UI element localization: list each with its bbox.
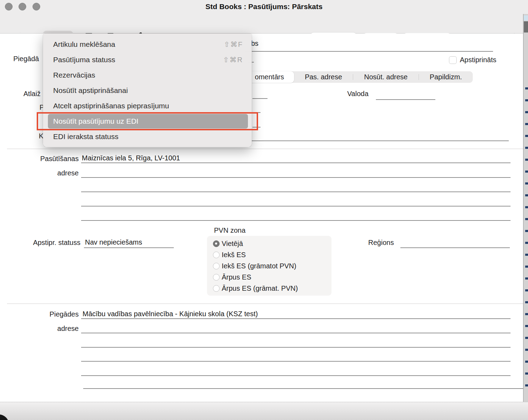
- tab-strip: omentārs Pas. adrese Nosūt. adrese Papil…: [245, 71, 473, 83]
- valoda-label: Valoda: [347, 90, 369, 98]
- address-line-underline[interactable]: [81, 333, 511, 333]
- menu-item-label: EDI ieraksta statuss: [53, 132, 119, 141]
- menu-item-edi-ieraksta-statuss[interactable]: EDI ieraksta statuss: [43, 129, 252, 144]
- address-line-underline[interactable]: [81, 347, 511, 348]
- tab-papildizm[interactable]: Papildizm.: [419, 71, 473, 83]
- radio-ieks-es[interactable]: [213, 252, 220, 258]
- address-line-underline[interactable]: [81, 318, 511, 319]
- menu-item-pasutijuma-statuss[interactable]: Pasūtījuma statuss ⇧⌘R: [43, 52, 252, 67]
- radio-ieks-es-gramatot[interactable]: [213, 263, 220, 269]
- adrese-label: adrese: [14, 325, 79, 333]
- radio-vieteja[interactable]: [213, 240, 220, 247]
- field-underline: [245, 51, 493, 52]
- menu-item-label: Nosūtīt apstiprināšanai: [53, 86, 128, 95]
- menu-item-label: Artikulu meklēšana: [53, 40, 115, 49]
- apstiprinats-label: Apstiprināts: [460, 56, 497, 64]
- regions-field-underline[interactable]: [400, 247, 510, 248]
- menu-item-shortcut: ⇧⌘R: [223, 56, 243, 64]
- apstipr-statuss-label: Apstipr. statuss: [7, 239, 80, 247]
- tab-label: Papildizm.: [430, 73, 462, 81]
- radio-label: Vietējā: [222, 240, 243, 248]
- pvn-zona-radio-group: Vietējā Iekš ES Iekš ES (grāmatot PVN) Ā…: [207, 236, 331, 296]
- tab-komentars-partial[interactable]: omentārs: [245, 71, 294, 83]
- section-separator: [7, 303, 523, 304]
- field-underline: [84, 247, 174, 248]
- menu-item-artikulu-meklesana[interactable]: Artikulu meklēšana ⇧⌘F: [43, 37, 252, 52]
- radio-arpus-es[interactable]: [213, 274, 220, 281]
- app-window: Std Books : Pasūtījums: Pārskats: [0, 0, 528, 420]
- scroll-strip-blue-segment: [524, 15, 528, 21]
- radio-label: Ārpus ES (grāmat. PVN): [222, 284, 298, 292]
- delivery-address-value[interactable]: Mācību vadības pavēlniecība - Kājnieku s…: [83, 310, 258, 318]
- valoda-field-underline[interactable]: [376, 99, 435, 100]
- tab-nosut-adrese[interactable]: Nosūt. adrese: [353, 71, 419, 83]
- apstiprinats-checkbox[interactable]: [449, 56, 457, 64]
- scrollbar-thumb[interactable]: [524, 21, 528, 32]
- supplier-label-partial: Piegādā: [13, 55, 39, 63]
- menu-item-label: Pasūtījuma statuss: [53, 56, 115, 64]
- status-bar: [0, 402, 528, 420]
- annotation-highlight-rectangle: [37, 112, 258, 130]
- address-line-underline[interactable]: [81, 361, 511, 362]
- apstipr-statuss-value[interactable]: Nav nepieciešams: [85, 238, 142, 246]
- tab-label: Pas. adrese: [305, 73, 342, 81]
- address-line-underline[interactable]: [81, 220, 511, 221]
- regions-label: Reģions: [368, 239, 394, 247]
- address-line-underline[interactable]: [81, 177, 511, 178]
- address-line-underline[interactable]: [81, 375, 511, 376]
- title-bar: Std Books : Pasūtījums: Pārskats: [0, 0, 528, 14]
- address-line-underline[interactable]: [81, 191, 511, 192]
- section-separator: [7, 149, 523, 149]
- menu-item-shortcut: ⇧⌘F: [224, 40, 243, 49]
- menu-item-nosutit-apstiprinasanai[interactable]: Nosūtīt apstiprināšanai: [43, 83, 252, 98]
- radio-arpus-es-gramat[interactable]: [213, 285, 220, 292]
- right-edge-text-fragments: [525, 87, 528, 388]
- atlaiz-label-partial: Atlaiž: [23, 90, 41, 98]
- address-line-underline[interactable]: [81, 162, 511, 163]
- supplier-field-value-partial: bs: [251, 39, 258, 48]
- window-title: Std Books : Pasūtījums: Pārskats: [0, 2, 528, 11]
- menu-item-atcelt-apstiprinasanas[interactable]: Atcelt apstiprināšanas pieprasījumu: [43, 98, 252, 114]
- pvn-zona-label: PVN zona: [214, 226, 245, 234]
- menu-item-rezervacijas[interactable]: Rezervācijas: [43, 67, 252, 83]
- address-line-underline[interactable]: [83, 388, 526, 389]
- field-underline: [252, 98, 267, 99]
- adrese-label: adrese: [14, 169, 79, 177]
- piegades-label: Piegādes: [14, 310, 79, 318]
- address-line-underline[interactable]: [81, 206, 511, 207]
- field-underline: [250, 140, 509, 141]
- tab-label: Nosūt. adrese: [364, 73, 408, 81]
- tab-pas-adrese[interactable]: Pas. adrese: [294, 71, 353, 83]
- ordering-address-value[interactable]: Maiznīcas iela 5, Rīga, LV-1001: [82, 154, 180, 162]
- toolbar: Veidot Atcelt Saglabāt: [0, 14, 528, 34]
- radio-label: Iekš ES: [222, 251, 246, 259]
- radio-label: Ārpus ES: [222, 273, 251, 281]
- menu-item-label: Atcelt apstiprināšanas pieprasījumu: [53, 102, 169, 110]
- right-edge-scroll-strip[interactable]: [523, 14, 528, 402]
- pasutisanas-label: Pasūtīšanas: [14, 155, 79, 163]
- radio-label: Iekš ES (grāmatot PVN): [222, 262, 296, 270]
- menu-item-label: Rezervācijas: [53, 71, 95, 79]
- tab-label: omentārs: [255, 73, 284, 81]
